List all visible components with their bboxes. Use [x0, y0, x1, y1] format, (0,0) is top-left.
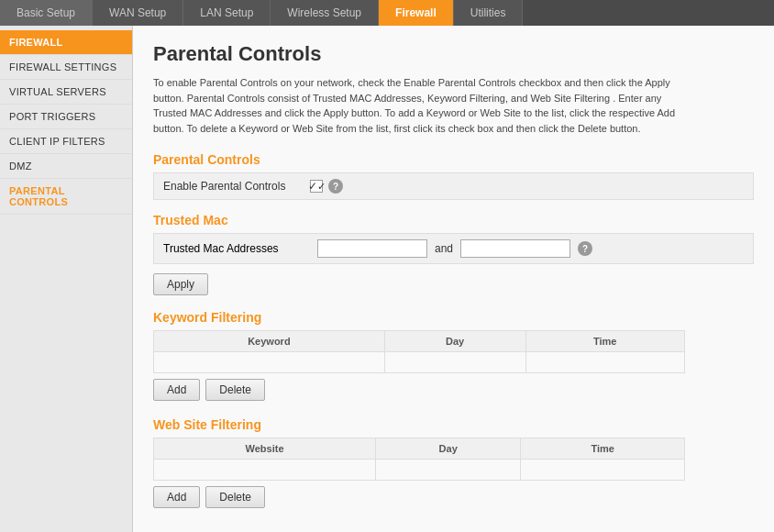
website-filtering-title: Web Site Filtering — [153, 417, 754, 432]
apply-button[interactable]: Apply — [153, 273, 208, 295]
keyword-btn-row: Add Delete — [153, 379, 754, 401]
keyword-filtering-title: Keyword Filtering — [153, 310, 754, 325]
page-title: Parental Controls — [153, 42, 754, 66]
main-layout: FIREWALL FIREWALL SETTINGS VIRTUAL SERVE… — [0, 26, 774, 532]
sidebar-item-parental-controls[interactable]: PARENTAL CONTROLS — [0, 179, 132, 215]
keyword-add-button[interactable]: Add — [153, 379, 200, 401]
trusted-mac-input-1[interactable] — [317, 239, 427, 258]
check-icon: ✓ — [308, 180, 317, 193]
sidebar-item-dmz[interactable]: DMZ — [0, 154, 132, 179]
parental-controls-help-icon[interactable]: ? — [328, 179, 343, 194]
keyword-filtering-table: Keyword Day Time — [153, 330, 685, 373]
enable-parental-controls-row: Enable Parental Controls ✓ ? — [153, 172, 754, 200]
enable-parental-controls-controls: ✓ ? — [310, 179, 343, 194]
trusted-mac-row: Trusted Mac Addresses and ? — [153, 233, 754, 264]
and-text: and — [435, 242, 453, 255]
keyword-delete-button[interactable]: Delete — [205, 379, 265, 401]
trusted-mac-help-icon[interactable]: ? — [578, 241, 592, 256]
enable-parental-controls-label: Enable Parental Controls — [163, 180, 310, 193]
sidebar: FIREWALL FIREWALL SETTINGS VIRTUAL SERVE… — [0, 26, 133, 532]
keyword-col-header: Keyword — [154, 331, 385, 352]
sidebar-item-firewall-settings[interactable]: FIREWALL SETTINGS — [0, 55, 132, 80]
tab-utilities[interactable]: Utilities — [454, 0, 524, 26]
website-add-button[interactable]: Add — [153, 486, 200, 508]
enable-parental-controls-checkbox[interactable]: ✓ — [310, 180, 323, 193]
sidebar-item-client-ip-filters[interactable]: CLIENT IP FILTERS — [0, 129, 132, 154]
website-time-col-header: Time — [521, 438, 685, 460]
trusted-mac-label: Trusted Mac Addresses — [163, 242, 310, 255]
content-area: Parental Controls To enable Parental Con… — [133, 26, 774, 532]
tab-lan-setup[interactable]: LAN Setup — [183, 0, 271, 26]
keyword-table-empty-row — [154, 352, 685, 373]
parental-controls-section-title: Parental Controls — [153, 152, 754, 167]
website-delete-button[interactable]: Delete — [205, 486, 265, 508]
tab-firewall[interactable]: Firewall — [379, 0, 454, 26]
tab-basic-setup[interactable]: Basic Setup — [0, 0, 93, 26]
tab-wan-setup[interactable]: WAN Setup — [93, 0, 183, 26]
tab-wireless-setup[interactable]: Wireless Setup — [271, 0, 379, 26]
apply-button-row: Apply — [153, 273, 754, 295]
sidebar-item-port-triggers[interactable]: PORT TRIGGERS — [0, 105, 132, 129]
trusted-mac-section-title: Trusted Mac — [153, 213, 754, 227]
keyword-time-col-header: Time — [525, 331, 685, 352]
website-table-empty-row — [154, 460, 685, 481]
website-filtering-table: Website Day Time — [153, 438, 685, 481]
website-btn-row: Add Delete — [153, 486, 754, 508]
website-day-col-header: Day — [376, 438, 521, 460]
sidebar-item-firewall[interactable]: FIREWALL — [0, 30, 132, 55]
website-col-header: Website — [154, 438, 376, 460]
top-navigation: Basic Setup WAN Setup LAN Setup Wireless… — [0, 0, 774, 26]
keyword-day-col-header: Day — [384, 331, 525, 352]
page-description: To enable Parental Controls on your netw… — [153, 75, 685, 136]
trusted-mac-input-2[interactable] — [460, 239, 570, 258]
sidebar-item-virtual-servers[interactable]: VIRTUAL SERVERS — [0, 80, 132, 105]
